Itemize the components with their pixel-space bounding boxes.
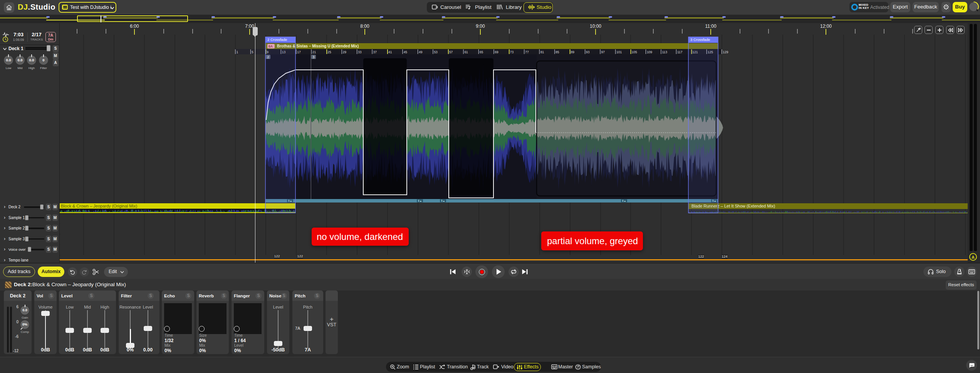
svg-text:129: 129	[723, 50, 728, 54]
svg-text:5: 5	[252, 50, 253, 54]
svg-text:65: 65	[480, 50, 483, 54]
svg-text:117: 117	[677, 50, 683, 54]
svg-text:73: 73	[510, 50, 514, 54]
svg-text:6 ▴: 6 ▴	[622, 199, 626, 202]
svg-text:3 Crossfade: 3 Crossfade	[690, 37, 710, 42]
svg-text:45: 45	[404, 50, 408, 54]
svg-text:93: 93	[586, 50, 590, 54]
svg-text:109: 109	[647, 50, 652, 54]
svg-text:25: 25	[327, 50, 331, 54]
svg-text:37: 37	[373, 50, 377, 54]
svg-text:5 ▴: 5 ▴	[441, 199, 445, 202]
svg-text:113: 113	[662, 50, 667, 54]
svg-text:105: 105	[632, 50, 637, 54]
svg-text:53: 53	[434, 50, 438, 54]
svg-text:3: 3	[313, 55, 315, 59]
svg-text:29: 29	[343, 50, 347, 54]
svg-text:1: 1	[236, 50, 238, 54]
svg-text:69: 69	[495, 50, 498, 54]
svg-text:17: 17	[297, 50, 301, 54]
svg-text:81: 81	[540, 50, 544, 54]
svg-text:2 Crossfade: 2 Crossfade	[267, 37, 287, 42]
svg-text:41: 41	[388, 50, 392, 54]
svg-text:97: 97	[601, 50, 605, 54]
svg-text:89: 89	[571, 50, 575, 54]
svg-text:21: 21	[312, 50, 316, 54]
svg-text:61: 61	[464, 50, 468, 54]
svg-text:33: 33	[358, 50, 362, 54]
svg-text:85: 85	[555, 50, 559, 54]
svg-text:77: 77	[525, 50, 529, 54]
svg-text:6 ▴: 6 ▴	[418, 199, 421, 202]
svg-text:57: 57	[449, 50, 453, 54]
svg-text:101: 101	[616, 50, 622, 54]
svg-text:49: 49	[419, 50, 423, 54]
